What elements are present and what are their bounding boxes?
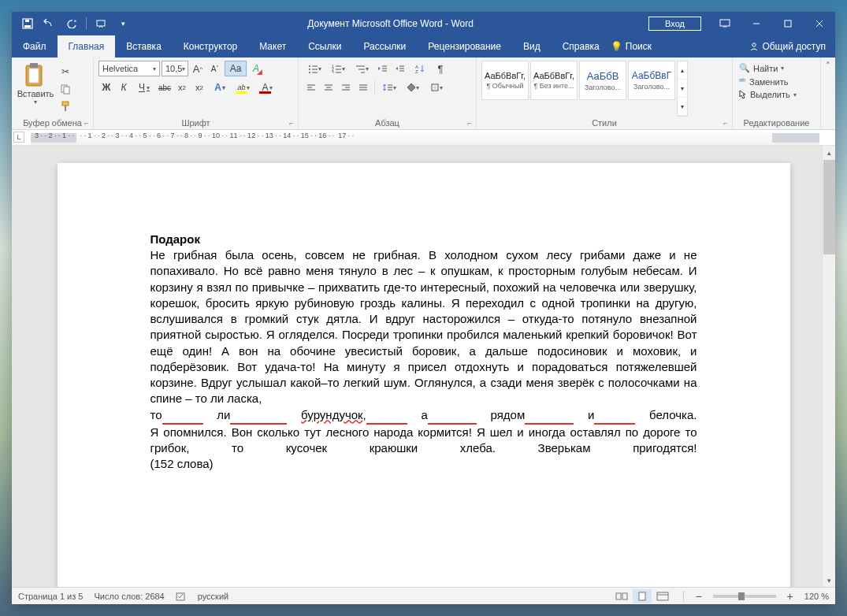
- line-spacing-button[interactable]: ▾: [378, 80, 400, 95]
- font-size-select[interactable]: 10,5▾: [162, 61, 188, 76]
- svg-rect-61: [639, 592, 645, 600]
- proofing-icon[interactable]: [176, 591, 187, 602]
- styles-dialog-icon[interactable]: ⌐: [721, 118, 730, 128]
- tab-insert[interactable]: Вставка: [115, 35, 173, 58]
- italic-button[interactable]: К: [116, 80, 132, 95]
- align-justify-icon[interactable]: [355, 80, 371, 95]
- paste-button[interactable]: Вставить ▾: [17, 61, 54, 117]
- bold-button[interactable]: Ж: [98, 80, 114, 95]
- document-area[interactable]: Подарок Не грибная была осень, совсем не…: [12, 146, 835, 587]
- replace-button[interactable]: ᵃᵇЗаменить: [737, 76, 815, 87]
- read-mode-icon[interactable]: [612, 589, 631, 603]
- text-effects-button[interactable]: A▾: [209, 80, 231, 95]
- zoom-in-icon[interactable]: +: [787, 590, 793, 603]
- paragraph-dialog-icon[interactable]: ⌐: [465, 118, 474, 128]
- body-wordcount: (152 слова): [150, 457, 214, 470]
- borders-button[interactable]: ▾: [425, 80, 448, 95]
- superscript-button[interactable]: x2: [191, 80, 207, 95]
- tab-view[interactable]: Вид: [512, 35, 552, 58]
- word-count[interactable]: Число слов: 2684: [94, 592, 164, 601]
- dec-indent-icon[interactable]: [374, 61, 390, 76]
- qa-dropdown-icon[interactable]: ▾: [113, 14, 132, 33]
- style-nospacing[interactable]: АаБбВвГг,¶ Без инте...: [530, 61, 578, 100]
- scrollbar-vertical[interactable]: ▴ ▾: [822, 146, 835, 587]
- multilevel-button[interactable]: ▾: [351, 61, 373, 76]
- select-button[interactable]: Выделить▾: [737, 89, 815, 100]
- cut-icon[interactable]: ✂: [58, 64, 73, 80]
- font-color-button[interactable]: A▾: [256, 80, 278, 95]
- web-layout-icon[interactable]: [653, 589, 672, 603]
- redo-icon[interactable]: [62, 14, 81, 33]
- page[interactable]: Подарок Не грибная была осень, совсем не…: [58, 163, 790, 587]
- grow-font-icon[interactable]: A^: [190, 61, 206, 76]
- tab-design[interactable]: Конструктор: [173, 35, 248, 58]
- maximize-button[interactable]: [772, 12, 804, 35]
- svg-point-21: [309, 72, 310, 73]
- copy-icon[interactable]: [58, 81, 73, 97]
- share-button[interactable]: Общий доступ: [749, 41, 826, 52]
- strike-button[interactable]: abc: [157, 80, 173, 95]
- align-right-icon[interactable]: [338, 80, 354, 95]
- tab-file[interactable]: Файл: [12, 35, 58, 58]
- save-icon[interactable]: [18, 14, 37, 33]
- svg-point-17: [309, 65, 310, 67]
- shading-button[interactable]: ▾: [402, 80, 424, 95]
- zoom-level[interactable]: 120 %: [804, 592, 829, 601]
- style-sample: АаБбВ: [587, 70, 619, 82]
- subscript-button[interactable]: x2: [174, 80, 190, 95]
- font-dialog-icon[interactable]: ⌐: [287, 118, 296, 128]
- scroll-thumb[interactable]: [823, 160, 835, 254]
- qa-custom-icon[interactable]: [91, 14, 110, 33]
- paragraph-group-label: Абзац: [303, 117, 471, 128]
- inc-indent-icon[interactable]: [392, 61, 407, 76]
- word-ryadom: рядом: [491, 408, 526, 421]
- tab-mailings[interactable]: Рассылки: [352, 35, 417, 58]
- scroll-down-icon[interactable]: ▾: [823, 573, 835, 587]
- sort-button[interactable]: AZ: [409, 61, 431, 76]
- bullets-button[interactable]: ▾: [303, 61, 325, 76]
- close-button[interactable]: [804, 12, 835, 35]
- paste-label: Вставить: [17, 89, 54, 98]
- font-name-select[interactable]: Helvetica▾: [98, 61, 160, 76]
- shrink-font-icon[interactable]: A˅: [207, 61, 223, 76]
- scroll-up-icon[interactable]: ▴: [823, 146, 835, 159]
- tab-help[interactable]: Справка: [552, 35, 611, 58]
- ruler-corner[interactable]: L: [13, 132, 24, 143]
- svg-rect-4: [720, 20, 730, 26]
- clipboard-dialog-icon[interactable]: ⌐: [82, 118, 91, 128]
- highlight-button[interactable]: ab▾: [232, 80, 254, 95]
- ruler[interactable]: L 3 · · 2 · · 1 · · · · 1 · · 2 · · 3 · …: [12, 130, 835, 146]
- tab-home[interactable]: Главная: [58, 35, 116, 58]
- minimize-button[interactable]: [741, 12, 772, 35]
- underline-button[interactable]: Ч▾: [133, 80, 155, 95]
- svg-rect-16: [65, 106, 66, 111]
- login-button[interactable]: Вход: [648, 17, 701, 31]
- ribbon-options-icon[interactable]: [709, 12, 741, 35]
- style-normal[interactable]: АаБбВвГг,¶ Обычный: [481, 61, 529, 100]
- tell-me[interactable]: 💡 Поиск: [611, 35, 652, 58]
- collapse-ribbon-icon[interactable]: ˄: [826, 61, 830, 71]
- undo-icon[interactable]: [40, 14, 59, 33]
- zoom-slider[interactable]: [713, 595, 776, 598]
- align-center-icon[interactable]: [321, 80, 336, 95]
- change-case-button[interactable]: Aa: [225, 61, 247, 76]
- svg-rect-15: [62, 102, 69, 106]
- page-indicator[interactable]: Страница 1 из 5: [18, 592, 83, 601]
- svg-point-9: [752, 43, 756, 46]
- align-left-icon[interactable]: [303, 80, 319, 95]
- app-window: ▾ Документ Microsoft Office Word - Word …: [12, 12, 835, 604]
- clear-format-icon[interactable]: A◢: [248, 61, 264, 76]
- zoom-out-icon[interactable]: −: [695, 590, 701, 603]
- find-button[interactable]: 🔍Найти▾: [737, 62, 815, 74]
- print-layout-icon[interactable]: [633, 589, 652, 603]
- styles-scroll[interactable]: ▴▾▾: [677, 61, 688, 117]
- language-indicator[interactable]: русский: [198, 592, 228, 601]
- tab-references[interactable]: Ссылки: [297, 35, 352, 58]
- show-marks-icon[interactable]: ¶: [433, 61, 448, 76]
- style-heading1[interactable]: АаБбВЗаголово...: [579, 61, 626, 100]
- format-painter-icon[interactable]: [58, 98, 73, 114]
- tab-layout[interactable]: Макет: [248, 35, 297, 58]
- numbering-button[interactable]: 123▾: [327, 61, 349, 76]
- style-heading2[interactable]: АаБбВвГЗаголово...: [628, 61, 675, 100]
- tab-review[interactable]: Рецензирование: [417, 35, 512, 58]
